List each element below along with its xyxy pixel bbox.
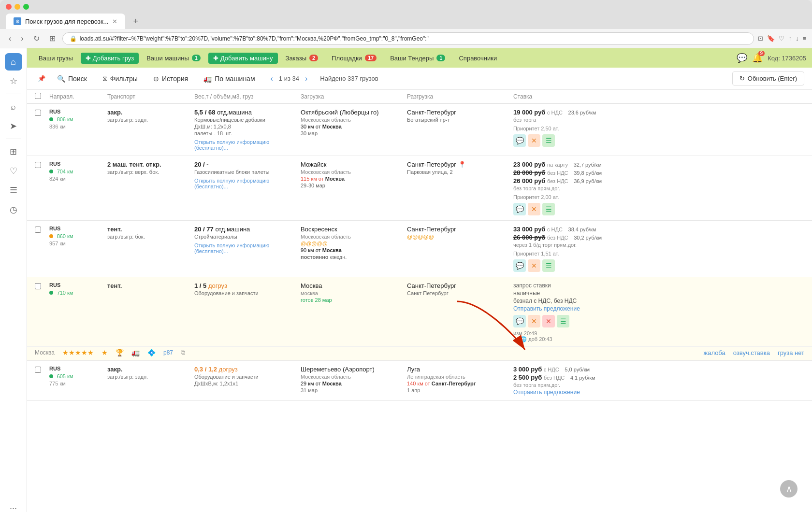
heart-icon[interactable]: ♡	[779, 35, 784, 42]
row5-transport-type: закр.	[107, 366, 194, 373]
new-tab-button[interactable]: +	[129, 14, 142, 28]
nav-add-cargo-button[interactable]: ✚ Добавить груз	[81, 53, 139, 64]
nav-references[interactable]: Справочники	[453, 52, 503, 65]
row1-loading-date: 30 мар	[301, 130, 407, 136]
window-minimize[interactable]	[14, 4, 20, 10]
nav-orders[interactable]: Заказы 2	[280, 52, 324, 65]
row1-list-icon[interactable]: ☰	[542, 134, 555, 147]
row4-rate-payment1: наличные	[513, 290, 804, 297]
header-check[interactable]	[35, 93, 49, 100]
row4-cargo-type: Оборудование и запчасти	[194, 290, 301, 296]
row2-message-icon[interactable]: 💬	[513, 203, 526, 215]
forward-button[interactable]: ›	[18, 32, 26, 45]
row1-message-icon[interactable]: 💬	[513, 134, 526, 147]
row5-checkbox[interactable]	[35, 366, 49, 374]
reload-button[interactable]: ↻	[30, 32, 43, 45]
bookmark-icon[interactable]: 🔖	[767, 35, 775, 42]
row4-loading: Москва москва готов 28 мар	[301, 282, 407, 303]
row3-unloading-stars: @@@@@	[407, 234, 513, 240]
message-icon[interactable]: 💬	[737, 53, 747, 63]
row5-cargo-type: Оборудование и запчасти	[194, 374, 301, 380]
row4-cancel-icon2[interactable]: ✕	[542, 315, 555, 327]
window-close[interactable]	[6, 4, 12, 10]
row4-transport-type: тент.	[107, 282, 194, 289]
sidebar-icon-docs[interactable]: ☰	[5, 182, 22, 199]
row2-open-link[interactable]: Открыть полную информацию (бесплатно)...	[194, 178, 301, 189]
row4-time-added: из 🌐 доб 20:43	[513, 336, 552, 342]
tab-close-button[interactable]: ✕	[112, 18, 117, 25]
menu-icon[interactable]: ≡	[802, 35, 806, 42]
row3-open-link[interactable]: Открыть полную информацию (бесплатно)...	[194, 242, 301, 254]
row2-close-icon[interactable]: ✕	[528, 203, 540, 215]
row4-stars: ★★★★★	[62, 349, 94, 356]
pin-button[interactable]: 📌	[35, 72, 48, 85]
sidebar-icon-search[interactable]: ⌕	[5, 98, 22, 115]
back-button[interactable]: ‹	[6, 32, 14, 45]
row3-list-icon[interactable]: ☰	[542, 259, 555, 272]
next-page-button[interactable]: ›	[303, 72, 309, 85]
row3-close-icon[interactable]: ✕	[528, 259, 540, 272]
scroll-top-button[interactable]: ∧	[780, 480, 798, 498]
row3-priority: Приоритет 1,51 ат.	[513, 251, 804, 256]
sidebar-icon-home[interactable]: ⌂	[5, 53, 22, 71]
row2-checkbox[interactable]	[35, 161, 49, 170]
row3-checkbox[interactable]	[35, 226, 49, 234]
filters-button[interactable]: ⧖ Фильтры	[96, 71, 145, 85]
row4-cancel-icon1[interactable]: ✕	[528, 315, 540, 327]
sidebar-icon-clock[interactable]: ◷	[5, 201, 22, 218]
row4-rate-offer-link[interactable]: Отправить предложение	[513, 305, 804, 312]
row1-checkbox[interactable]	[35, 109, 49, 117]
browser-tab[interactable]: ⚙ Поиск грузов для перевозк... ✕	[6, 14, 125, 29]
sidebar-icon-send[interactable]: ➤	[5, 117, 22, 135]
sidebar-icon-grid[interactable]: ⊞	[5, 143, 22, 160]
nav-my-tenders[interactable]: Ваши Тендеры 1	[384, 52, 451, 65]
row3-message-icon[interactable]: 💬	[513, 259, 526, 272]
notification-area[interactable]: 🔔 9	[752, 53, 763, 63]
prev-page-button[interactable]: ‹	[269, 72, 275, 85]
share-icon[interactable]: ↑	[788, 35, 792, 42]
row1-km1: 806 км	[57, 116, 73, 122]
row1-priority: Приоритет 2,50 ат.	[513, 126, 804, 131]
row1-close-icon[interactable]: ✕	[528, 134, 540, 147]
row4-route: RUS 710 км	[49, 282, 107, 296]
results-count: Найдено 337 грузов	[320, 75, 378, 82]
row4-copy-icon[interactable]: ⧉	[181, 349, 185, 356]
header-direction: Направл.	[49, 93, 107, 100]
select-all-checkbox[interactable]	[35, 93, 41, 99]
sidebar-icon-more[interactable]: ···	[5, 499, 22, 512]
search-button[interactable]: 🔍 Поиск	[50, 72, 94, 85]
row4-message-icon[interactable]: 💬	[513, 315, 526, 327]
row4-user-id[interactable]: р87	[163, 349, 173, 356]
nav-add-machine-button[interactable]: ✚ Добавить машину	[208, 53, 278, 64]
row4-list-icon[interactable]: ☰	[557, 315, 569, 327]
address-bar[interactable]: 🔒 loads.ati.su/#?filter=%7B"weight":%7B"…	[62, 32, 754, 45]
row2-km1: 704 км	[57, 169, 73, 174]
sidebar-icon-star[interactable]: ☆	[5, 72, 22, 90]
window-maximize[interactable]	[23, 4, 29, 10]
row4-no-cargo-link[interactable]: груза нет	[778, 349, 804, 356]
row5-rate-per-km2: 4,1 руб/км	[570, 375, 595, 381]
apps-button[interactable]: ⊞	[46, 32, 58, 45]
refresh-button[interactable]: ↻ Обновить (Enter)	[732, 71, 804, 85]
row2-cargo-type: Газосиликатные блоки палеты	[194, 169, 301, 175]
history-button[interactable]: ⊙ История	[146, 72, 195, 85]
sidebar-icon-heart[interactable]: ♡	[5, 162, 22, 180]
row5-rate-offer-link[interactable]: Отправить предложение	[513, 389, 804, 396]
row4-checkbox[interactable]	[35, 282, 49, 291]
row1-open-link[interactable]: Открыть полную информацию (бесплатно)...	[194, 139, 301, 151]
nav-my-cargo[interactable]: Ваши грузы	[33, 52, 79, 65]
row4-complaint-link[interactable]: жалоба	[703, 349, 725, 356]
nav-my-machines[interactable]: Ваши машины 1	[141, 52, 206, 65]
row1-weight: 5,5 / 68 отд.машина Кормовые/пищевые доб…	[194, 109, 301, 151]
row1-route: RUS 806 км 836 км	[49, 109, 107, 129]
row2-rate-note1: на карту	[547, 162, 568, 168]
row5-dimensions: ДхШхВ,м: 1,2х1х1	[194, 381, 301, 386]
by-machines-button[interactable]: 🚛 По машинам	[197, 72, 261, 85]
row2-transport-type: 2 маш. тент. откр.	[107, 161, 194, 168]
row2-list-icon[interactable]: ☰	[542, 203, 555, 215]
row4-rate-announce-link[interactable]: озвуч.ставка	[733, 349, 770, 356]
cast-icon[interactable]: ⊡	[758, 35, 763, 42]
row2-weight: 20 / - Газосиликатные блоки палеты Откры…	[194, 161, 301, 189]
download-icon[interactable]: ↓	[796, 35, 799, 42]
nav-platforms[interactable]: Площадки 17	[326, 52, 382, 65]
